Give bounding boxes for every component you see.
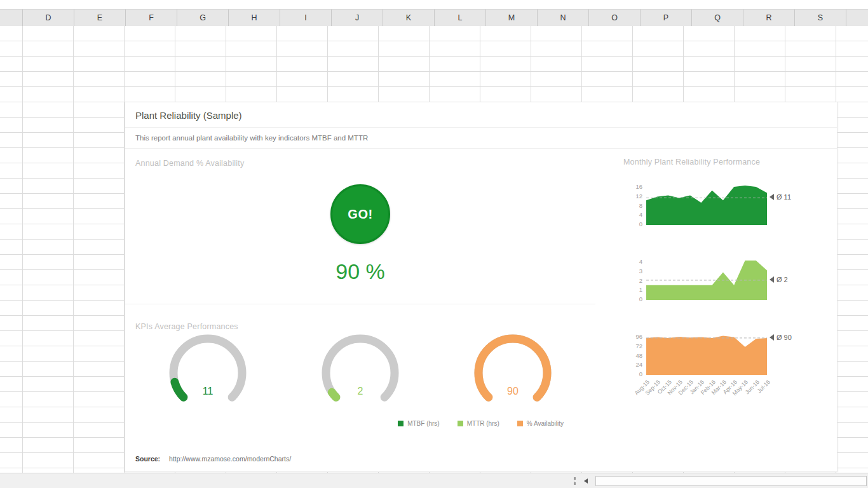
area-chart-availability: 967248240 Ø 90 Aug-15Sep-15Oct-15Nov-15D…	[623, 336, 837, 375]
y-tick-label: 3	[639, 268, 642, 274]
column-header-partial[interactable]	[0, 10, 23, 26]
formula-bar-remnant	[0, 0, 868, 9]
column-header-H[interactable]: H	[229, 10, 280, 26]
report-subtitle: This report annual plant availability wi…	[125, 128, 837, 149]
sheet-grid[interactable]: Plant Reliability (Sample) This report a…	[0, 26, 868, 473]
legend-swatch-availability	[517, 421, 523, 426]
y-tick-label: 48	[635, 352, 642, 359]
y-tick-label: 0	[639, 220, 642, 227]
area-plot-mtbf	[646, 186, 767, 225]
column-header-T[interactable]: T	[846, 10, 868, 26]
dashboard-body: Annual Demand % Availability GO! 90 % KP…	[125, 149, 837, 427]
average-label-mttr: Ø 2	[776, 276, 788, 283]
gauge-value-mttr: 2	[297, 386, 424, 397]
average-marker-availability: Ø 90	[770, 334, 792, 341]
go-button-label: GO!	[348, 207, 372, 222]
y-tick-label: 0	[639, 295, 642, 302]
area-plot-mttr	[646, 261, 767, 300]
scrollbar-grip-icon[interactable]	[574, 477, 576, 485]
gauge-mttr: 2	[297, 332, 424, 411]
availability-section-title: Annual Demand % Availability	[125, 149, 595, 168]
horizontal-scrollbar-area	[0, 473, 868, 488]
scroll-left-button[interactable]	[580, 475, 591, 486]
average-marker-icon	[770, 334, 774, 341]
y-tick-label: 2	[639, 277, 642, 284]
gauge-value-availability: 90	[449, 386, 576, 397]
y-tick-label: 12	[635, 193, 642, 200]
column-header-L[interactable]: L	[435, 10, 486, 26]
legend-item-availability: % Availability	[517, 420, 564, 427]
gauge-mtbf: 11	[144, 332, 271, 411]
monthly-section-title: Monthly Plant Reliability Performance	[623, 158, 837, 166]
gauge-value-mtbf: 11	[144, 386, 271, 397]
excel-window: DEFGHIJKLMNOPQRST Plant Reliability (Sam…	[0, 0, 868, 488]
column-header-F[interactable]: F	[126, 10, 177, 26]
kpi-legend: MTBF (hrs) MTTR (hrs) % Availability	[125, 420, 595, 427]
source-url: http://www.mzamose.com/modernCharts/	[169, 455, 291, 463]
gauge-arc-availability	[459, 332, 567, 410]
column-header-S[interactable]: S	[795, 10, 846, 26]
legend-item-mttr: MTTR (hrs)	[458, 420, 499, 427]
column-header-J[interactable]: J	[332, 10, 383, 26]
average-marker-mtbf: Ø 11	[770, 193, 791, 201]
average-label-availability: Ø 90	[776, 334, 792, 341]
legend-swatch-mttr	[458, 421, 463, 426]
column-header-M[interactable]: M	[486, 10, 538, 26]
left-arrow-icon	[584, 478, 588, 484]
y-tick-label: 72	[635, 342, 642, 349]
gauges-row: 11 2 90	[125, 332, 595, 411]
column-header-Q[interactable]: Q	[692, 10, 743, 26]
y-axis-mttr: 43210	[623, 258, 642, 302]
kpi-section: KPIs Average Performances 11 2	[125, 304, 595, 427]
y-tick-label: 96	[635, 333, 642, 340]
legend-item-mtbf: MTBF (hrs)	[398, 420, 440, 427]
kpi-section-title: KPIs Average Performances	[125, 312, 595, 331]
legend-label-mttr: MTTR (hrs)	[467, 420, 499, 427]
y-tick-label: 8	[639, 202, 642, 209]
column-header-O[interactable]: O	[589, 10, 641, 26]
average-label-mtbf: Ø 11	[776, 193, 791, 201]
area-chart-mtbf: 1612840 Ø 11	[623, 186, 837, 225]
legend-swatch-mtbf	[398, 421, 403, 426]
y-tick-label: 24	[635, 361, 642, 368]
average-marker-icon	[770, 194, 774, 200]
legend-label-availability: % Availability	[527, 420, 564, 427]
legend-label-mtbf: MTBF (hrs)	[407, 420, 440, 427]
y-tick-label: 4	[639, 211, 642, 218]
y-axis-mtbf: 1612840	[623, 183, 642, 227]
go-button[interactable]: GO!	[330, 184, 390, 244]
column-header-G[interactable]: G	[177, 10, 229, 26]
source-row: Source: http://www.mzamose.com/modernCha…	[135, 455, 291, 463]
column-header-D[interactable]: D	[23, 10, 74, 26]
column-header-I[interactable]: I	[280, 10, 332, 26]
dashboard-panel: Plant Reliability (Sample) This report a…	[125, 102, 837, 472]
area-chart-mttr: 43210 Ø 2	[623, 261, 837, 300]
column-header-E[interactable]: E	[74, 10, 126, 26]
left-column: Annual Demand % Availability GO! 90 % KP…	[125, 149, 595, 427]
y-tick-label: 1	[639, 286, 642, 293]
monthly-section: Monthly Plant Reliability Performance 16…	[595, 149, 837, 427]
average-marker-mttr: Ø 2	[770, 276, 788, 283]
gauge-arc-mttr	[306, 332, 414, 410]
y-tick-label: 4	[639, 258, 642, 265]
column-header-R[interactable]: R	[743, 10, 795, 26]
y-tick-label: 16	[635, 183, 642, 190]
column-header-N[interactable]: N	[538, 10, 589, 26]
scrollbar-controls	[574, 475, 867, 486]
source-label: Source:	[135, 455, 160, 463]
gauge-availability: 90	[449, 332, 576, 411]
x-axis-months: Aug-15Sep-15Oct-15Nov-15Dec-15Jan-16Feb-…	[623, 375, 801, 405]
gauge-arc-mtbf	[154, 332, 262, 410]
y-axis-availability: 967248240	[623, 333, 642, 377]
availability-value: 90 %	[125, 259, 595, 284]
area-plot-availability	[646, 336, 767, 375]
scrollbar-thumb[interactable]	[595, 476, 867, 486]
column-headers[interactable]: DEFGHIJKLMNOPQRST	[0, 9, 868, 27]
column-header-P[interactable]: P	[641, 10, 692, 26]
average-marker-icon	[770, 276, 774, 283]
page-title: Plant Reliability (Sample)	[125, 102, 837, 128]
column-header-K[interactable]: K	[383, 10, 435, 26]
availability-section: Annual Demand % Availability GO! 90 %	[125, 149, 595, 304]
